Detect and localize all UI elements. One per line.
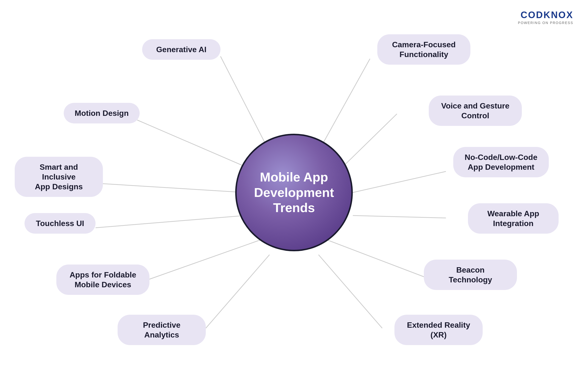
svg-line-8 — [149, 238, 267, 279]
node-smart: Smart and InclusiveApp Designs — [15, 157, 103, 197]
node-nocode: No-Code/Low-CodeApp Development — [453, 147, 549, 177]
node-foldable: Apps for FoldableMobile Devices — [56, 264, 149, 295]
node-camera: Camera-FocusedFunctionality — [377, 34, 470, 65]
svg-line-4 — [103, 184, 245, 193]
svg-line-6 — [96, 216, 245, 228]
node-predictive: Predictive Analytics — [118, 315, 206, 345]
svg-line-3 — [343, 114, 397, 166]
node-generative-ai: Generative AI — [142, 39, 220, 60]
node-touchless: Touchless UI — [24, 213, 96, 234]
node-voice: Voice and GestureControl — [429, 96, 522, 126]
logo-tagline: POWERING ON PROGRESS — [518, 21, 573, 25]
svg-line-2 — [137, 120, 245, 166]
node-motion: Motion Design — [64, 103, 140, 123]
svg-line-1 — [321, 59, 370, 147]
svg-line-5 — [353, 171, 446, 193]
node-xr: Extended Reality (XR) — [395, 315, 483, 345]
center-circle: Mobile App Development Trends — [235, 134, 353, 251]
svg-line-9 — [321, 238, 424, 277]
logo-name: CODKNOX — [521, 10, 573, 20]
svg-line-10 — [206, 255, 270, 328]
node-wearable: Wearable AppIntegration — [468, 203, 559, 234]
svg-line-7 — [353, 216, 446, 218]
logo-area: CODKNOX POWERING ON PROGRESS — [518, 10, 573, 25]
node-beacon: Beacon Technology — [424, 260, 517, 290]
svg-line-11 — [318, 255, 382, 328]
center-title: Mobile App Development Trends — [237, 164, 351, 220]
svg-line-0 — [220, 56, 267, 147]
